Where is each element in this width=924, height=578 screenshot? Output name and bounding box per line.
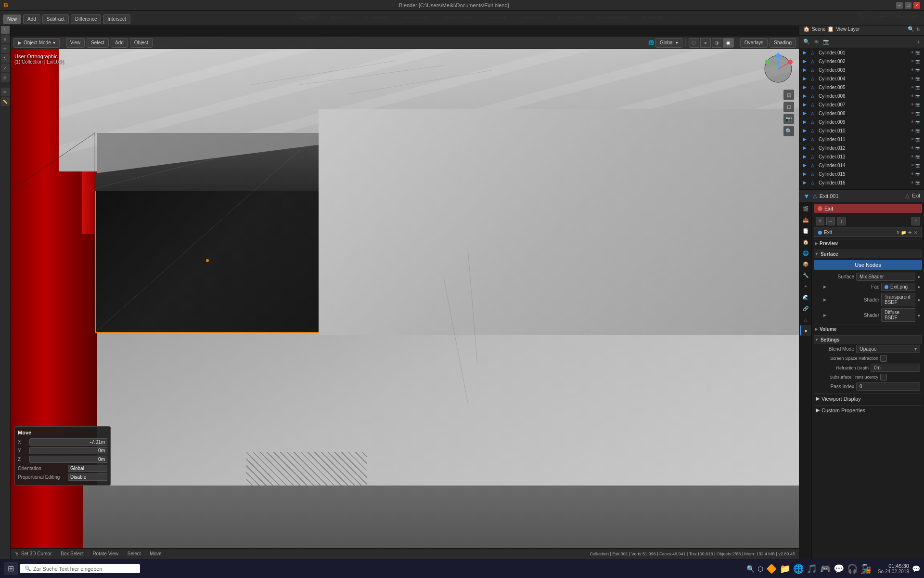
tool-measure[interactable]: 📏 (1, 97, 10, 106)
mat-up-btn[interactable]: ↑ (911, 217, 920, 225)
mat-unlink-icon[interactable]: ✕ (914, 230, 918, 235)
ol-add-icon[interactable]: + (916, 39, 921, 45)
outliner-item[interactable]: ▶ △ Cylinder.004 👁 📷 (799, 74, 924, 83)
mode-dropdown[interactable]: ▶ Object Mode ▾ (13, 38, 60, 48)
ol-render-icon[interactable]: 📷 (915, 120, 920, 124)
rendered-shading[interactable]: ◉ (723, 38, 734, 48)
bool-subtract-btn[interactable]: Subtract (42, 23, 69, 24)
ol-eye-icon[interactable]: 👁 (911, 129, 914, 133)
tool-move[interactable]: ✛ (1, 44, 10, 53)
minimize-button[interactable]: − (896, 2, 903, 9)
move-z-value[interactable]: 0m (29, 456, 107, 463)
tool-annotate[interactable]: ✏ (1, 88, 10, 96)
ol-visibility-icon[interactable]: 👁 (813, 39, 820, 45)
outliner-item[interactable]: ▶ △ Cylinder.014 👁 📷 (799, 161, 924, 170)
ol-render-icon[interactable]: 📷 (915, 68, 920, 72)
outliner-item[interactable]: ▶ △ Cylinder.002 👁 📷 (799, 57, 924, 66)
tool-scale[interactable]: ⤢ (1, 64, 10, 72)
solid-shading[interactable]: ● (700, 38, 711, 48)
taskbar-browser[interactable]: 🌐 (793, 564, 804, 574)
start-button[interactable]: ⊞ (4, 562, 18, 575)
ol-eye-icon[interactable]: 👁 (911, 163, 914, 168)
outliner-item[interactable]: ▶ △ Cylinder.003 👁 📷 (799, 66, 924, 74)
shader1-expand[interactable]: ▶ (823, 298, 829, 302)
vp-zoom-btn[interactable]: 🔍 (783, 126, 794, 136)
prop-world-icon[interactable]: 🌐 (800, 248, 811, 258)
prop-output-icon[interactable]: 📤 (800, 214, 811, 225)
outliner-item[interactable]: ▶ △ Cylinder.001 👁 📷 (799, 48, 924, 57)
select-menu-btn[interactable]: Select (87, 38, 109, 48)
bool-add-btn[interactable]: Add (23, 23, 40, 24)
ol-render-icon[interactable]: 📷 (915, 155, 920, 159)
prop-material-icon[interactable]: ● (800, 325, 811, 336)
orientation-select[interactable]: Global (68, 465, 107, 472)
notification-center[interactable]: 💬 (912, 565, 920, 573)
ol-render-icon[interactable]: 📷 (915, 51, 920, 55)
rp-filter-icon[interactable]: 🔍 (908, 26, 914, 32)
view-menu-btn[interactable]: View (66, 38, 85, 48)
ol-eye-icon[interactable]: 👁 (911, 146, 914, 150)
close-button[interactable]: × (913, 2, 920, 9)
prop-scene-icon[interactable]: 🏠 (800, 236, 811, 247)
tool-select[interactable]: ↖ (1, 25, 10, 34)
ol-eye-icon[interactable]: 👁 (911, 172, 914, 176)
shader1-value[interactable]: Transparent BSDF (881, 293, 915, 306)
ol-render-icon[interactable]: 📷 (915, 85, 920, 90)
pass-index-value[interactable]: 0 (856, 382, 920, 391)
material-shading[interactable]: ◑ (712, 38, 722, 48)
outliner-item[interactable]: ▶ △ Cylinder.007 👁 📷 (799, 100, 924, 109)
outliner-item[interactable]: ▶ △ Cylinder.013 👁 📷 (799, 152, 924, 161)
add-menu-btn[interactable]: Add (111, 38, 128, 48)
prop-particles-icon[interactable]: ✦ (800, 281, 811, 291)
ol-render-icon[interactable]: 📷 (822, 39, 831, 45)
prop-modifier-icon[interactable]: 🔧 (800, 270, 811, 280)
taskbar-cortana[interactable]: 🔍 (746, 565, 755, 573)
prop-object-icon[interactable]: 📦 (800, 259, 811, 269)
taskbar-app3[interactable]: 💬 (834, 564, 844, 574)
ol-eye-icon[interactable]: 👁 (911, 94, 914, 98)
mat-plus-btn[interactable]: + (816, 217, 824, 225)
ol-render-icon[interactable]: 📷 (915, 163, 920, 168)
outliner-item[interactable]: ▶ △ Cylinder.009 👁 📷 (799, 118, 924, 126)
outliner-item[interactable]: ▶ △ Cylinder.008 👁 📷 (799, 109, 924, 118)
shader1-icon[interactable]: ● (917, 297, 920, 302)
outliner-item[interactable]: ▶ △ Cylinder.015 👁 📷 (799, 170, 924, 178)
maximize-button[interactable]: □ (905, 2, 911, 9)
preview-section-header[interactable]: ▶ Preview (814, 239, 922, 248)
ol-eye-icon[interactable]: 👁 (911, 181, 914, 185)
taskbar-app2[interactable]: 🎮 (820, 564, 831, 574)
outliner-item[interactable]: ▶ △ Cylinder.006 👁 📷 (799, 92, 924, 100)
ol-render-icon[interactable]: 📷 (915, 59, 920, 64)
use-nodes-button[interactable]: Use Nodes (814, 260, 922, 270)
ol-eye-icon[interactable]: 👁 (911, 120, 914, 124)
prop-object-data-icon[interactable]: △ (800, 314, 811, 325)
ol-render-icon[interactable]: 📷 (915, 103, 920, 107)
outliner-item[interactable]: ▶ △ Cylinder.016 👁 📷 (799, 178, 924, 187)
prop-editing-select[interactable]: Disable (68, 473, 107, 481)
shader2-icon[interactable]: ● (917, 313, 920, 318)
shading-btn[interactable]: Shading (770, 38, 796, 48)
vp-grid-btn[interactable]: ⊞ (783, 90, 794, 100)
bool-new-btn[interactable]: New (3, 23, 21, 24)
move-y-value[interactable]: 0m (29, 447, 107, 454)
prop-constraints-icon[interactable]: 🔗 (800, 303, 811, 314)
outliner-item[interactable]: ▶ △ Cylinder.011 👁 📷 (799, 135, 924, 144)
mat-browse-icon[interactable]: 📁 (901, 230, 906, 235)
object-menu-btn[interactable]: Object (130, 38, 153, 48)
ol-render-icon[interactable]: 📷 (915, 181, 920, 185)
prop-physics-icon[interactable]: 🌊 (800, 292, 811, 302)
mat-copy-btn[interactable]: ↓ (837, 217, 846, 225)
bool-difference-btn[interactable]: Difference (71, 23, 101, 24)
fac-value[interactable]: Exit.png (881, 283, 915, 291)
ol-eye-icon[interactable]: 👁 (911, 155, 914, 159)
vp-camera-btn[interactable]: 📷 (783, 114, 794, 124)
ol-render-icon[interactable]: 📷 (915, 94, 920, 98)
ol-render-icon[interactable]: 📷 (915, 77, 920, 81)
move-x-value[interactable]: -7.01m (29, 438, 107, 446)
surface-type-icon[interactable]: ● (917, 274, 920, 279)
outliner-item[interactable]: ▶ △ Cylinder.005 👁 📷 (799, 83, 924, 92)
outliner-item[interactable]: ▶ △ Cylinder.012 👁 📷 (799, 144, 924, 152)
prop-view-layer-icon[interactable]: 📑 (800, 225, 811, 236)
mat-minus-btn[interactable]: − (826, 217, 835, 225)
tool-transform[interactable]: ⊞ (1, 73, 10, 82)
